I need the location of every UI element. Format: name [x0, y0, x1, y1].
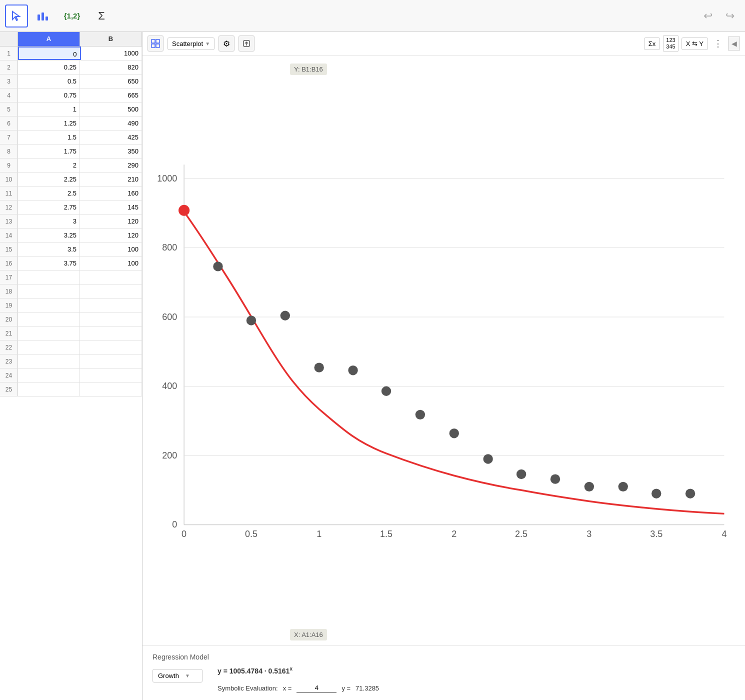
- redo-button[interactable]: ↪: [720, 6, 740, 26]
- cell-a[interactable]: [18, 340, 80, 354]
- svg-point-41: [483, 454, 492, 464]
- cell-b[interactable]: 500: [80, 102, 142, 116]
- numbers-btn[interactable]: 123345: [663, 35, 678, 52]
- cell-a[interactable]: 1.5: [18, 130, 80, 144]
- cell-a[interactable]: [18, 270, 80, 284]
- chart-gear-btn[interactable]: ⚙: [218, 36, 234, 52]
- cell-b[interactable]: 210: [80, 172, 142, 186]
- cell-a[interactable]: [18, 312, 80, 326]
- cell-b[interactable]: 100: [80, 256, 142, 270]
- row-number: 25: [0, 382, 18, 396]
- cell-b[interactable]: 1000: [81, 46, 142, 60]
- cell-a[interactable]: [18, 284, 80, 298]
- col-b-header[interactable]: B: [80, 32, 142, 46]
- col-a-header[interactable]: A: [18, 32, 80, 46]
- cell-b[interactable]: 120: [80, 214, 142, 228]
- table-row: 24: [0, 368, 142, 382]
- chart-tool[interactable]: [31, 4, 54, 28]
- cell-a[interactable]: 0: [18, 46, 81, 60]
- cell-a[interactable]: [18, 326, 80, 340]
- table-row: 20: [0, 312, 142, 326]
- cell-b[interactable]: 100: [80, 242, 142, 256]
- regression-type-select[interactable]: Growth ▼: [152, 669, 202, 682]
- svg-point-42: [516, 470, 526, 479]
- cell-b[interactable]: 665: [80, 88, 142, 102]
- cell-b[interactable]: 650: [80, 74, 142, 88]
- cell-b[interactable]: [80, 298, 142, 312]
- table-row: 122.75145: [0, 200, 142, 214]
- chart-export-btn[interactable]: [238, 36, 254, 52]
- cell-b[interactable]: 820: [80, 60, 142, 74]
- cell-a[interactable]: 1.25: [18, 116, 80, 130]
- row-number: 16: [0, 256, 18, 270]
- cell-a[interactable]: [18, 354, 80, 368]
- sigma-tool[interactable]: Σ: [90, 4, 113, 28]
- svg-rect-7: [156, 44, 160, 48]
- cell-a[interactable]: 0.75: [18, 88, 80, 102]
- cell-a[interactable]: 3.75: [18, 256, 80, 270]
- cell-b[interactable]: 425: [80, 130, 142, 144]
- svg-text:800: 800: [162, 242, 177, 252]
- sigma-stats-btn[interactable]: Σx: [644, 38, 660, 50]
- chart-type-select[interactable]: Scatterplot ▼: [168, 38, 214, 50]
- table-row: 19: [0, 298, 142, 312]
- svg-text:1.5: 1.5: [380, 530, 392, 540]
- svg-point-47: [686, 489, 695, 498]
- row-number: 17: [0, 270, 18, 284]
- symbolic-eval-label: Symbolic Evaluation:: [218, 684, 278, 692]
- cell-b[interactable]: 350: [80, 144, 142, 158]
- cell-b[interactable]: [80, 340, 142, 354]
- svg-point-45: [618, 482, 628, 492]
- cell-a[interactable]: 2.25: [18, 172, 80, 186]
- cell-a[interactable]: [18, 368, 80, 382]
- numbers-label: 123345: [666, 37, 675, 50]
- cell-b[interactable]: 290: [80, 158, 142, 172]
- cell-b[interactable]: [80, 382, 142, 396]
- cell-a[interactable]: [18, 298, 80, 312]
- cell-b[interactable]: [80, 284, 142, 298]
- row-number: 12: [0, 200, 18, 214]
- cell-b[interactable]: [80, 326, 142, 340]
- more-btn[interactable]: ⋮: [711, 36, 725, 50]
- grid-icon-btn[interactable]: [148, 36, 164, 52]
- collapse-btn[interactable]: ◀: [728, 36, 740, 50]
- undo-button[interactable]: ↩: [698, 6, 718, 26]
- chart-panel: Scatterplot ▼ ⚙ Σx 123345: [142, 32, 745, 700]
- swap-btn[interactable]: X ⇆ Y: [682, 38, 708, 50]
- cell-b[interactable]: 490: [80, 116, 142, 130]
- cell-a[interactable]: 0.5: [18, 74, 80, 88]
- cell-a[interactable]: 1: [18, 102, 80, 116]
- table-row: 23: [0, 354, 142, 368]
- cell-a[interactable]: [18, 382, 80, 396]
- row-number: 21: [0, 326, 18, 340]
- cell-a[interactable]: 2: [18, 158, 80, 172]
- table-row: 112.5160: [0, 186, 142, 200]
- table-row: 81.75350: [0, 144, 142, 158]
- x-value-input[interactable]: [296, 683, 336, 693]
- y-axis-label: Y: B1:B16: [290, 64, 327, 75]
- svg-text:2: 2: [452, 530, 456, 540]
- cell-a[interactable]: 2.75: [18, 200, 80, 214]
- cell-b[interactable]: 120: [80, 228, 142, 242]
- cell-a[interactable]: 3.5: [18, 242, 80, 256]
- cell-a[interactable]: 0.25: [18, 60, 80, 74]
- cell-b[interactable]: [80, 270, 142, 284]
- cell-a[interactable]: 2.5: [18, 186, 80, 200]
- cell-b[interactable]: 145: [80, 200, 142, 214]
- cell-b[interactable]: [80, 354, 142, 368]
- cell-b[interactable]: 160: [80, 186, 142, 200]
- main-area: A B 10100020.2582030.565040.756655150061…: [0, 32, 745, 700]
- table-row: 25: [0, 382, 142, 396]
- cell-b[interactable]: [80, 368, 142, 382]
- table-row: 101000: [0, 46, 142, 60]
- cell-a[interactable]: 3: [18, 214, 80, 228]
- set-tool[interactable]: {1,2}: [57, 4, 87, 28]
- x-axis-label: X: A1:A16: [290, 629, 327, 640]
- row-num-header: [0, 32, 18, 46]
- row-number: 24: [0, 368, 18, 382]
- cell-b[interactable]: [80, 312, 142, 326]
- cell-a[interactable]: 3.25: [18, 228, 80, 242]
- cursor-tool[interactable]: [5, 4, 28, 28]
- cell-a[interactable]: 1.75: [18, 144, 80, 158]
- svg-point-43: [550, 474, 560, 484]
